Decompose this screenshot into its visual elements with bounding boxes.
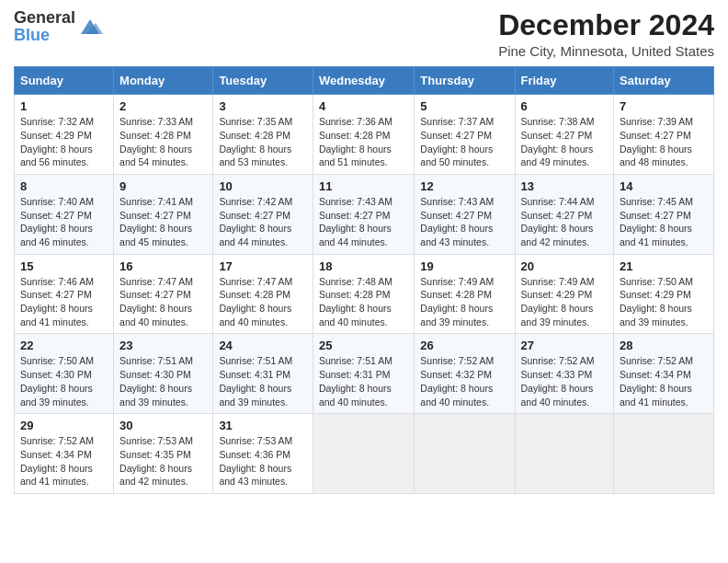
logo-text-blue: Blue (14, 26, 50, 44)
day-number: 19 (420, 259, 508, 273)
cell-text: Sunrise: 7:46 AMSunset: 4:27 PMDaylight:… (20, 276, 94, 327)
calendar-day-cell: 14 Sunrise: 7:45 AMSunset: 4:27 PMDaylig… (614, 174, 714, 254)
cell-text: Sunrise: 7:45 AMSunset: 4:27 PMDaylight:… (620, 196, 693, 247)
calendar-week-row: 15 Sunrise: 7:46 AMSunset: 4:27 PMDaylig… (15, 254, 714, 334)
day-number: 2 (119, 99, 207, 113)
day-number: 6 (521, 99, 609, 113)
day-of-week-header: Tuesday (213, 67, 313, 95)
calendar-day-cell: 4 Sunrise: 7:36 AMSunset: 4:28 PMDayligh… (313, 95, 414, 175)
cell-text: Sunrise: 7:40 AMSunset: 4:27 PMDaylight:… (20, 196, 94, 247)
cell-text: Sunrise: 7:52 AMSunset: 4:32 PMDaylight:… (420, 355, 494, 407)
day-of-week-header: Monday (114, 67, 213, 95)
day-number: 9 (119, 179, 207, 193)
calendar-week-row: 1 Sunrise: 7:32 AMSunset: 4:29 PMDayligh… (15, 95, 714, 175)
day-number: 24 (219, 339, 307, 352)
cell-text: Sunrise: 7:50 AMSunset: 4:29 PMDaylight:… (620, 276, 693, 327)
day-number: 7 (620, 99, 708, 113)
calendar-day-cell: 30 Sunrise: 7:53 AMSunset: 4:35 PMDaylig… (114, 414, 213, 494)
calendar-day-cell (614, 414, 714, 494)
month-title: December 2024 (498, 9, 714, 41)
calendar-day-cell: 1 Sunrise: 7:32 AMSunset: 4:29 PMDayligh… (15, 95, 114, 175)
cell-text: Sunrise: 7:32 AMSunset: 4:29 PMDaylight:… (20, 116, 94, 167)
day-number: 12 (420, 179, 508, 193)
day-number: 17 (219, 259, 307, 273)
calendar-day-cell: 20 Sunrise: 7:49 AMSunset: 4:29 PMDaylig… (515, 254, 614, 334)
cell-text: Sunrise: 7:51 AMSunset: 4:31 PMDaylight:… (219, 355, 292, 407)
day-number: 22 (20, 339, 108, 352)
cell-text: Sunrise: 7:53 AMSunset: 4:36 PMDaylight:… (219, 435, 292, 487)
day-number: 18 (319, 259, 408, 273)
calendar-table: SundayMondayTuesdayWednesdayThursdayFrid… (14, 66, 714, 494)
cell-text: Sunrise: 7:51 AMSunset: 4:31 PMDaylight:… (319, 355, 392, 407)
location-title: Pine City, Minnesota, United States (498, 43, 714, 59)
page-header: General Blue December 2024 Pine City, Mi… (14, 9, 714, 59)
day-number: 3 (219, 99, 307, 113)
day-number: 10 (219, 179, 307, 193)
cell-text: Sunrise: 7:52 AMSunset: 4:34 PMDaylight:… (620, 355, 693, 407)
day-of-week-header: Wednesday (313, 67, 414, 95)
cell-text: Sunrise: 7:49 AMSunset: 4:28 PMDaylight:… (420, 276, 494, 327)
day-of-week-header: Saturday (614, 67, 714, 95)
calendar-body: 1 Sunrise: 7:32 AMSunset: 4:29 PMDayligh… (15, 95, 714, 494)
day-number: 8 (20, 179, 108, 193)
day-number: 5 (420, 99, 508, 113)
cell-text: Sunrise: 7:37 AMSunset: 4:27 PMDaylight:… (420, 116, 494, 167)
day-number: 27 (521, 339, 609, 352)
day-number: 11 (319, 179, 408, 193)
logo-icon (77, 14, 103, 40)
calendar-day-cell: 22 Sunrise: 7:50 AMSunset: 4:30 PMDaylig… (15, 334, 114, 414)
day-number: 20 (521, 259, 609, 273)
day-number: 26 (420, 339, 508, 352)
cell-text: Sunrise: 7:43 AMSunset: 4:27 PMDaylight:… (420, 196, 494, 247)
calendar-day-cell: 18 Sunrise: 7:48 AMSunset: 4:28 PMDaylig… (313, 254, 414, 334)
logo: General Blue (14, 9, 103, 44)
day-number: 31 (219, 419, 307, 432)
day-number: 4 (319, 99, 408, 113)
calendar-header-row: SundayMondayTuesdayWednesdayThursdayFrid… (15, 67, 714, 95)
calendar-day-cell: 16 Sunrise: 7:47 AMSunset: 4:27 PMDaylig… (114, 254, 213, 334)
cell-text: Sunrise: 7:50 AMSunset: 4:30 PMDaylight:… (20, 355, 94, 407)
cell-text: Sunrise: 7:48 AMSunset: 4:28 PMDaylight:… (319, 276, 392, 327)
calendar-day-cell: 21 Sunrise: 7:50 AMSunset: 4:29 PMDaylig… (614, 254, 714, 334)
cell-text: Sunrise: 7:38 AMSunset: 4:27 PMDaylight:… (521, 116, 595, 167)
calendar-day-cell: 3 Sunrise: 7:35 AMSunset: 4:28 PMDayligh… (213, 95, 313, 175)
day-number: 28 (620, 339, 708, 352)
calendar-week-row: 8 Sunrise: 7:40 AMSunset: 4:27 PMDayligh… (15, 174, 714, 254)
logo-text-general: General (14, 8, 75, 27)
cell-text: Sunrise: 7:33 AMSunset: 4:28 PMDaylight:… (119, 116, 193, 167)
cell-text: Sunrise: 7:51 AMSunset: 4:30 PMDaylight:… (119, 355, 193, 407)
cell-text: Sunrise: 7:41 AMSunset: 4:27 PMDaylight:… (119, 196, 193, 247)
day-number: 21 (620, 259, 708, 273)
calendar-week-row: 22 Sunrise: 7:50 AMSunset: 4:30 PMDaylig… (15, 334, 714, 414)
day-number: 23 (119, 339, 207, 352)
cell-text: Sunrise: 7:39 AMSunset: 4:27 PMDaylight:… (620, 116, 693, 167)
cell-text: Sunrise: 7:36 AMSunset: 4:28 PMDaylight:… (319, 116, 392, 167)
calendar-day-cell: 23 Sunrise: 7:51 AMSunset: 4:30 PMDaylig… (114, 334, 213, 414)
day-number: 15 (20, 259, 108, 273)
calendar-day-cell: 27 Sunrise: 7:52 AMSunset: 4:33 PMDaylig… (515, 334, 614, 414)
day-of-week-header: Sunday (15, 67, 114, 95)
calendar-day-cell (313, 414, 414, 494)
title-block: December 2024 Pine City, Minnesota, Unit… (498, 9, 714, 59)
calendar-day-cell: 2 Sunrise: 7:33 AMSunset: 4:28 PMDayligh… (114, 95, 213, 175)
cell-text: Sunrise: 7:44 AMSunset: 4:27 PMDaylight:… (521, 196, 595, 247)
day-of-week-header: Thursday (415, 67, 515, 95)
calendar-day-cell (415, 414, 515, 494)
calendar-week-row: 29 Sunrise: 7:52 AMSunset: 4:34 PMDaylig… (15, 414, 714, 494)
cell-text: Sunrise: 7:47 AMSunset: 4:27 PMDaylight:… (119, 276, 193, 327)
day-number: 29 (20, 419, 108, 432)
calendar-day-cell: 31 Sunrise: 7:53 AMSunset: 4:36 PMDaylig… (213, 414, 313, 494)
day-number: 14 (620, 179, 708, 193)
calendar-day-cell (515, 414, 614, 494)
day-number: 16 (119, 259, 207, 273)
calendar-day-cell: 9 Sunrise: 7:41 AMSunset: 4:27 PMDayligh… (114, 174, 213, 254)
calendar-day-cell: 29 Sunrise: 7:52 AMSunset: 4:34 PMDaylig… (15, 414, 114, 494)
cell-text: Sunrise: 7:49 AMSunset: 4:29 PMDaylight:… (521, 276, 595, 327)
cell-text: Sunrise: 7:52 AMSunset: 4:33 PMDaylight:… (521, 355, 595, 407)
day-number: 30 (119, 419, 207, 432)
cell-text: Sunrise: 7:35 AMSunset: 4:28 PMDaylight:… (219, 116, 292, 167)
day-number: 1 (20, 99, 108, 113)
calendar-day-cell: 15 Sunrise: 7:46 AMSunset: 4:27 PMDaylig… (15, 254, 114, 334)
calendar-day-cell: 10 Sunrise: 7:42 AMSunset: 4:27 PMDaylig… (213, 174, 313, 254)
day-number: 13 (521, 179, 609, 193)
